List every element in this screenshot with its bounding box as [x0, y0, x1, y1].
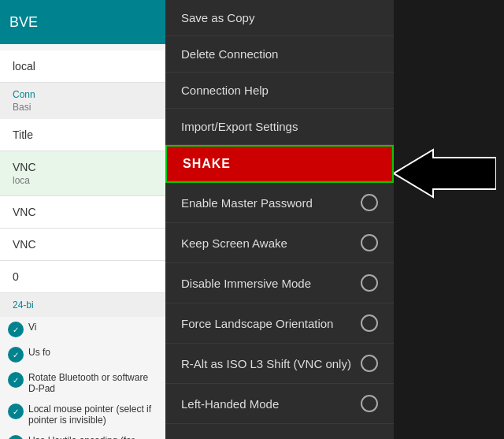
list-item-local: local — [0, 50, 165, 83]
menu-item-connection-help[interactable]: Connection Help — [165, 73, 394, 109]
menu-item-force-landscape[interactable]: Force Landscape Orientation — [165, 303, 394, 344]
list-item-vnc3: VNC — [0, 229, 165, 261]
menu-item-delete-connection[interactable]: Delete Connection — [165, 36, 394, 73]
list-row-rotate: ✓ Rotate Bluetooth or software D-Pad — [0, 367, 165, 399]
teal-badge-us: ✓ — [8, 347, 24, 363]
teal-badge-local-mouse: ✓ — [8, 404, 24, 419]
radio-force-landscape[interactable] — [361, 314, 378, 332]
menu-item-enable-master-password[interactable]: Enable Master Password — [165, 183, 394, 223]
arrow-indicator — [394, 146, 496, 204]
radio-r-alt-iso[interactable] — [361, 355, 378, 372]
dropdown-menu: Save as Copy Delete Connection Connectio… — [165, 0, 394, 439]
teal-badge-hextile: ✓ — [8, 435, 24, 439]
app-content: local Conn Basi Title VNC loca VNC VNC 0… — [0, 44, 165, 439]
app-background: BVE local Conn Basi Title VNC loca VNC V… — [0, 0, 165, 439]
radio-left-handed[interactable] — [361, 395, 378, 412]
menu-item-import-export[interactable]: Import/Export Settings — [165, 109, 394, 145]
menu-item-save-as-copy[interactable]: Save as Copy — [165, 0, 394, 36]
menu-item-keep-screen-awake[interactable]: Keep Screen Awake — [165, 223, 394, 263]
list-item-24bi: 24-bi — [0, 293, 165, 317]
svg-marker-0 — [394, 150, 496, 197]
arrow-svg — [394, 146, 496, 201]
menu-item-r-alt-iso[interactable]: R-Alt as ISO L3 Shift (VNC only) — [165, 344, 394, 384]
menu-item-left-handed[interactable]: Left-Handed Mode — [165, 384, 394, 424]
list-row-us: ✓ Us fo — [0, 342, 165, 367]
list-item-vnc: VNC loca — [0, 151, 165, 196]
list-item-title: Title — [0, 119, 165, 151]
list-item-vnc2: VNC — [0, 196, 165, 229]
radio-keep-screen-awake[interactable] — [361, 234, 378, 251]
list-row-local-mouse: ✓ Local mouse pointer (select if pointer… — [0, 399, 165, 430]
menu-item-disable-immersive-mode[interactable]: Disable Immersive Mode — [165, 263, 394, 303]
list-row-hextile: ✓ Use Hextile encoding (for chroot conne… — [0, 430, 165, 439]
menu-item-shake[interactable]: SHAKE — [165, 145, 394, 183]
radio-disable-immersive-mode[interactable] — [361, 274, 378, 292]
teal-badge-vi: ✓ — [8, 322, 24, 337]
app-header: BVE — [0, 0, 165, 44]
list-item-conn: Conn Basi — [0, 83, 165, 119]
app-header-title: BVE — [9, 14, 38, 31]
radio-enable-master-password[interactable] — [361, 194, 378, 211]
list-row-vi: ✓ Vi — [0, 317, 165, 342]
teal-badge-rotate: ✓ — [8, 372, 24, 388]
list-item-zero: 0 — [0, 261, 165, 293]
